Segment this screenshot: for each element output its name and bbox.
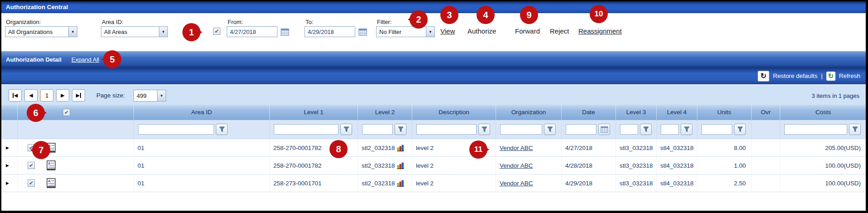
column-header-level3[interactable]: Level 3	[616, 105, 657, 120]
view-link[interactable]: View	[440, 27, 455, 35]
to-date-input[interactable]: 4/29/2018	[305, 26, 355, 37]
cell-costs: 100.00(USD)	[780, 157, 867, 174]
row-checkbox[interactable]: ✔	[28, 162, 35, 169]
document-note-icon[interactable]: A	[47, 160, 56, 170]
to-calendar-icon[interactable]	[357, 27, 368, 37]
filter-input-date[interactable]	[566, 124, 596, 135]
organization-select-value: All Organizations	[5, 29, 68, 35]
filter-input-level4[interactable]	[661, 124, 679, 135]
filter-input-units[interactable]	[701, 124, 732, 135]
filter-select[interactable]: No Filter ▼	[376, 26, 435, 37]
bar-chart-icon[interactable]	[397, 145, 404, 151]
select-all-checkbox[interactable]: ✔	[63, 109, 70, 116]
current-page-button[interactable]: 1	[40, 89, 53, 102]
row-expand-arrow[interactable]: ▶	[5, 181, 9, 185]
bar-chart-icon[interactable]	[397, 162, 404, 169]
row-expand-arrow[interactable]: ▶	[5, 145, 9, 150]
filter-input-areaId[interactable]	[138, 124, 214, 135]
column-header-level1[interactable]: Level 1	[270, 105, 358, 120]
filter-funnel-icon[interactable]	[216, 124, 228, 135]
next-page-button[interactable]: ▶	[56, 89, 69, 102]
forward-link[interactable]: Forward	[515, 27, 540, 35]
last-page-button[interactable]: ▶	[72, 89, 85, 102]
filter-input-costs[interactable]	[784, 124, 847, 135]
filter-input-level3[interactable]	[620, 124, 638, 135]
column-header-areaId[interactable]: Area ID	[134, 105, 270, 120]
restore-defaults-button[interactable]: Restore defaults	[773, 73, 817, 79]
column-header-level4[interactable]: Level 4	[657, 105, 697, 120]
column-header-label: Units	[717, 109, 731, 116]
filter-input-level1[interactable]	[274, 124, 339, 135]
filter-funnel-icon[interactable]	[849, 124, 861, 135]
column-header-label: Organization	[511, 109, 546, 116]
filter-funnel-icon[interactable]	[340, 124, 352, 135]
column-header-units[interactable]: Units	[697, 105, 752, 120]
filter-input-org[interactable]	[500, 124, 542, 135]
level2-value: stl2_032318	[362, 162, 395, 169]
selected-checkbox[interactable]: ✔	[213, 28, 220, 35]
table-row: ▶✔A01258-270-0001782stl2_032318level 2Ve…	[1, 157, 867, 174]
refresh-button[interactable]: Refresh	[839, 73, 860, 79]
filter-funnel-icon[interactable]	[478, 124, 490, 135]
cell-date: 4/29/2018	[562, 174, 616, 192]
filter-input-desc[interactable]	[416, 124, 477, 135]
refresh-icon[interactable]: ↻	[826, 72, 835, 81]
filter-calendar-icon[interactable]	[598, 124, 610, 135]
filter-cell-level2	[358, 120, 412, 139]
reassignment-link[interactable]: Reassignment	[578, 27, 622, 35]
cell-units: 1.00	[697, 157, 752, 174]
document-note-icon[interactable]: A	[47, 178, 56, 188]
chevron-down-icon[interactable]: ▼	[426, 27, 434, 37]
vendor-link[interactable]: Vendor ABC	[500, 180, 533, 187]
cell-ovr	[752, 139, 780, 156]
date-value: 4/28/2018	[565, 162, 592, 169]
first-page-button[interactable]: ◀	[9, 89, 22, 102]
vendor-link[interactable]: Vendor ABC	[500, 162, 533, 169]
filter-funnel-icon[interactable]	[734, 124, 746, 135]
bar-chart-icon[interactable]	[397, 180, 404, 187]
grid-toolbar: ↻ Restore defaults | ↻ Refresh	[1, 68, 866, 84]
filter-input-level2[interactable]	[362, 124, 393, 135]
callout-badge-9: 9	[520, 6, 538, 24]
from-date-input[interactable]: 4/27/2018	[227, 26, 277, 37]
chevron-down-icon[interactable]: ▼	[157, 90, 166, 101]
callout-badge-10: 10	[590, 5, 608, 23]
page-size-select[interactable]: 499 ▼	[134, 90, 166, 102]
filter-funnel-icon[interactable]	[544, 124, 556, 135]
filter-cell-org	[496, 120, 562, 139]
row-expand-arrow[interactable]: ▶	[5, 163, 9, 168]
filter-cell-desc	[412, 120, 496, 139]
units-value: 2.50	[734, 180, 746, 187]
expand-all-link[interactable]: Expand All	[72, 56, 99, 63]
filter-funnel-icon[interactable]	[395, 124, 406, 135]
filter-funnel-icon[interactable]	[681, 124, 692, 135]
column-header-costs[interactable]: Costs	[780, 105, 867, 120]
from-calendar-icon[interactable]	[279, 27, 290, 37]
column-header-org[interactable]: Organization	[496, 105, 562, 120]
column-header-level2[interactable]: Level 2	[358, 105, 412, 120]
filter-funnel-icon[interactable]	[640, 124, 652, 135]
chevron-down-icon[interactable]: ▼	[159, 27, 167, 37]
areaId-value: 01	[138, 162, 144, 169]
column-header-ovr[interactable]: Ovr	[752, 105, 780, 120]
vendor-link[interactable]: Vendor ABC	[500, 145, 533, 151]
units-value: 8.00	[734, 145, 746, 151]
column-header-date[interactable]: Date	[562, 105, 616, 120]
areaId-value: 01	[138, 145, 144, 151]
reject-link[interactable]: Reject	[550, 27, 569, 35]
level1-value: 258-270-0001782	[273, 162, 322, 169]
chevron-down-icon[interactable]: ▼	[68, 27, 77, 37]
column-header-label: Ovr	[761, 109, 771, 116]
area-id-select[interactable]: All Areas ▼	[101, 26, 168, 37]
level3-value: stl3_032318	[620, 145, 653, 151]
filter-label: Filter:	[377, 19, 392, 25]
filter-cell-select	[18, 120, 134, 139]
row-checkbox[interactable]: ✔	[28, 179, 35, 187]
authorize-link[interactable]: Authorize	[467, 27, 496, 35]
organization-select[interactable]: All Organizations ▼	[5, 26, 77, 37]
restore-defaults-icon[interactable]: ↻	[758, 71, 769, 82]
column-header-desc[interactable]: Description	[412, 105, 496, 120]
cell-costs: 205.00(USD)	[780, 139, 867, 156]
previous-page-button[interactable]: ◀	[24, 89, 38, 102]
cell-ovr	[752, 157, 780, 174]
